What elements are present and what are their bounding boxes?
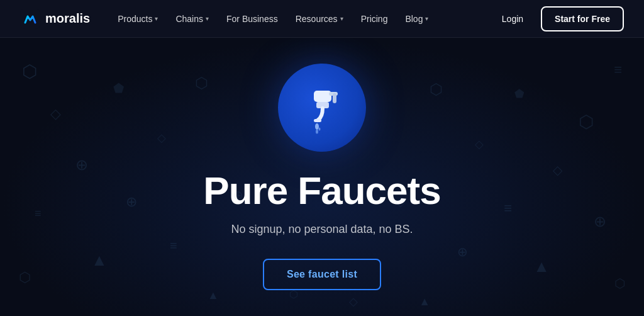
- svg-point-6: [319, 128, 321, 131]
- login-button[interactable]: Login: [494, 9, 531, 29]
- chevron-down-icon: ▾: [425, 15, 428, 22]
- logo[interactable]: moralis: [20, 9, 90, 29]
- nav-chains[interactable]: Chains ▾: [168, 9, 216, 29]
- hero-title: Pure Faucets: [203, 169, 440, 212]
- nav-pricing[interactable]: Pricing: [353, 9, 396, 29]
- nav-left: moralis Products ▾ Chains ▾ For Business…: [20, 9, 436, 29]
- see-faucet-button[interactable]: See faucet list: [263, 259, 381, 290]
- svg-rect-3: [314, 119, 321, 122]
- faucet-svg: [294, 79, 350, 136]
- navbar: moralis Products ▾ Chains ▾ For Business…: [0, 0, 644, 38]
- nav-blog[interactable]: Blog ▾: [397, 9, 436, 29]
- nav-links: Products ▾ Chains ▾ For Business Resourc…: [110, 9, 436, 29]
- svg-point-4: [315, 123, 319, 130]
- nav-products[interactable]: Products ▾: [110, 9, 165, 29]
- nav-for-business[interactable]: For Business: [219, 9, 286, 29]
- nav-resources[interactable]: Resources ▾: [288, 9, 351, 29]
- faucet-illustration: [278, 64, 366, 152]
- hero-section: ⬡ ◇ ⊕ ≡ ▲ ⬡ ⬟ ⊕ ◇ ≡ ⬡ ▲ ⊕ ≡ ⬡ ◇ ⊕ ▲ ⬡ ⬟ …: [0, 38, 644, 316]
- svg-point-5: [316, 130, 318, 134]
- logo-text: moralis: [45, 11, 90, 26]
- hero-subtitle: No signup, no personal data, no BS.: [231, 223, 413, 236]
- chevron-down-icon: ▾: [340, 15, 343, 22]
- moralis-logo-icon: [20, 9, 40, 29]
- start-for-free-button[interactable]: Start for Free: [541, 6, 624, 31]
- svg-rect-8: [333, 93, 336, 103]
- svg-rect-1: [314, 91, 331, 102]
- chevron-down-icon: ▾: [155, 15, 158, 22]
- chevron-down-icon: ▾: [206, 15, 209, 22]
- nav-right: Login Start for Free: [494, 6, 624, 31]
